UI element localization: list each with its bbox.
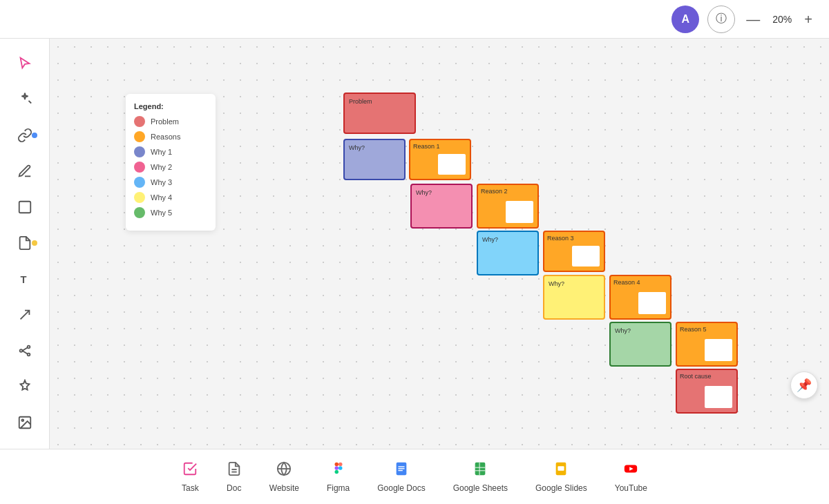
zoom-controls: — 20% +	[743, 10, 815, 29]
task-icon	[182, 461, 198, 481]
node-why3[interactable]: Why?	[477, 231, 539, 275]
legend-item: Why 4	[134, 192, 207, 203]
bottom-item-google-sheets[interactable]: Google Sheets	[453, 461, 508, 493]
legend-color	[134, 146, 145, 157]
legend-item: Reasons	[134, 131, 207, 142]
sidebar-tool-note-tool[interactable]	[8, 226, 41, 260]
legend-label: Why 1	[151, 148, 172, 156]
node-problem[interactable]: Problem	[343, 93, 416, 134]
bottom-item-doc[interactable]: Doc	[227, 461, 242, 493]
node-rootcause[interactable]: Root cause	[676, 369, 738, 414]
google-sheets-icon	[473, 461, 488, 481]
bottom-label-google-sheets: Google Sheets	[453, 483, 508, 493]
legend-box: Legend: ProblemReasonsWhy 1Why 2Why 3Why…	[126, 94, 216, 231]
svg-point-19	[339, 466, 343, 470]
sidebar-tool-text-tool[interactable]: T	[8, 262, 41, 295]
bottom-item-youtube[interactable]: YouTube	[615, 461, 647, 493]
svg-rect-22	[398, 468, 404, 469]
svg-rect-24	[475, 462, 486, 474]
bottom-label-google-docs: Google Docs	[377, 483, 425, 493]
sidebar-tool-ai-tool[interactable]	[8, 370, 41, 403]
node-reason2[interactable]: Reason 2	[477, 184, 539, 229]
svg-rect-17	[334, 466, 339, 470]
legend-label: Why 5	[151, 209, 172, 217]
svg-rect-18	[334, 469, 339, 474]
node-reason5[interactable]: Reason 5	[676, 322, 738, 367]
sidebar-tool-magic-tool[interactable]	[8, 83, 41, 116]
legend-color	[134, 192, 145, 203]
canvas[interactable]: Legend: ProblemReasonsWhy 1Why 2Why 3Why…	[50, 39, 829, 449]
sidebar: T	[0, 39, 50, 449]
zoom-level: 20%	[768, 14, 796, 25]
node-reason4[interactable]: Reason 4	[609, 275, 671, 320]
zoom-out-button[interactable]: —	[743, 10, 763, 29]
avatar-button[interactable]: A	[671, 6, 699, 33]
legend-label: Problem	[151, 117, 179, 126]
node-why1[interactable]: Why?	[343, 139, 406, 180]
bottom-label-figma: Figma	[327, 483, 350, 493]
svg-line-7	[22, 347, 27, 351]
zoom-in-button[interactable]: +	[801, 10, 815, 29]
legend-label: Why 3	[151, 178, 172, 186]
legend-label: Why 2	[151, 163, 172, 171]
legend-title: Legend:	[134, 102, 207, 110]
node-reason3[interactable]: Reason 3	[543, 231, 605, 272]
svg-rect-21	[398, 466, 404, 467]
svg-rect-16	[339, 462, 343, 466]
sidebar-tool-pen-tool[interactable]	[8, 155, 41, 188]
bottom-label-google-slides: Google Slides	[535, 483, 587, 493]
bottom-label-youtube: YouTube	[615, 483, 647, 493]
doc-icon	[227, 461, 242, 481]
sidebar-tool-graph-tool[interactable]	[8, 334, 41, 367]
legend-item: Problem	[134, 116, 207, 127]
legend-item: Why 3	[134, 177, 207, 188]
svg-point-4	[19, 349, 22, 352]
sidebar-tool-cursor-tool[interactable]	[8, 47, 41, 80]
svg-point-10	[21, 419, 23, 421]
svg-point-6	[27, 353, 30, 356]
legend-color	[134, 207, 145, 218]
sidebar-tool-arrow-tool[interactable]	[8, 298, 41, 331]
topbar: A ⓘ — 20% +	[0, 0, 829, 39]
legend-item: Why 5	[134, 207, 207, 218]
bottom-item-google-docs[interactable]: Google Docs	[377, 461, 425, 493]
bottom-item-google-slides[interactable]: Google Slides	[535, 461, 587, 493]
legend-color	[134, 131, 145, 142]
info-button[interactable]: ⓘ	[707, 6, 735, 33]
legend-item: Why 2	[134, 162, 207, 173]
google-docs-icon	[394, 461, 409, 481]
svg-line-3	[20, 311, 29, 320]
legend-item: Why 1	[134, 146, 207, 157]
svg-rect-1	[19, 202, 30, 213]
bottom-item-figma[interactable]: Figma	[327, 461, 350, 493]
legend-color	[134, 162, 145, 173]
main-area: T Legend: ProblemReasonsWhy 1Why 2Why 3W…	[0, 39, 829, 449]
bottom-item-website[interactable]: Website	[269, 461, 299, 493]
website-icon	[276, 461, 292, 481]
svg-rect-23	[398, 469, 402, 470]
svg-text:T: T	[20, 274, 26, 285]
legend-color	[134, 116, 145, 127]
google-slides-icon	[553, 461, 569, 481]
sidebar-tool-image-tool[interactable]	[8, 406, 41, 439]
node-reason1[interactable]: Reason 1	[409, 139, 471, 180]
youtube-icon	[623, 461, 638, 481]
svg-rect-15	[334, 462, 339, 466]
node-why2[interactable]: Why?	[410, 184, 473, 229]
bottom-label-task: Task	[182, 483, 199, 493]
sidebar-tool-link-tool[interactable]	[8, 119, 41, 152]
node-why5[interactable]: Why?	[609, 322, 671, 367]
svg-line-0	[28, 101, 31, 104]
legend-label: Reasons	[151, 133, 180, 141]
svg-rect-29	[558, 466, 564, 470]
bottombar: Task Doc Website Figma Google Docs Googl…	[0, 449, 829, 504]
bottom-item-task[interactable]: Task	[182, 461, 199, 493]
svg-line-8	[22, 351, 27, 354]
legend-label: Why 4	[151, 193, 172, 202]
legend-color	[134, 177, 145, 188]
node-why4[interactable]: Why?	[543, 275, 605, 320]
pin-button[interactable]: 📌	[790, 371, 818, 399]
sidebar-tool-shape-tool[interactable]	[8, 191, 41, 224]
bottom-label-website: Website	[269, 483, 299, 493]
svg-point-5	[27, 346, 30, 349]
